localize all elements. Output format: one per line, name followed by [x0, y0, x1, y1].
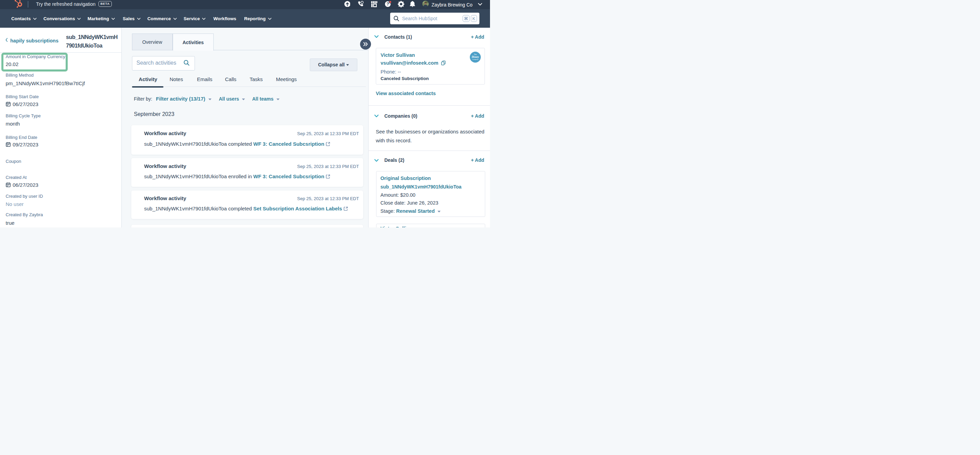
svg-text:?: ? — [387, 2, 390, 6]
svg-text:Disney: Disney — [471, 56, 479, 59]
svg-text:Company: Company — [472, 59, 479, 60]
